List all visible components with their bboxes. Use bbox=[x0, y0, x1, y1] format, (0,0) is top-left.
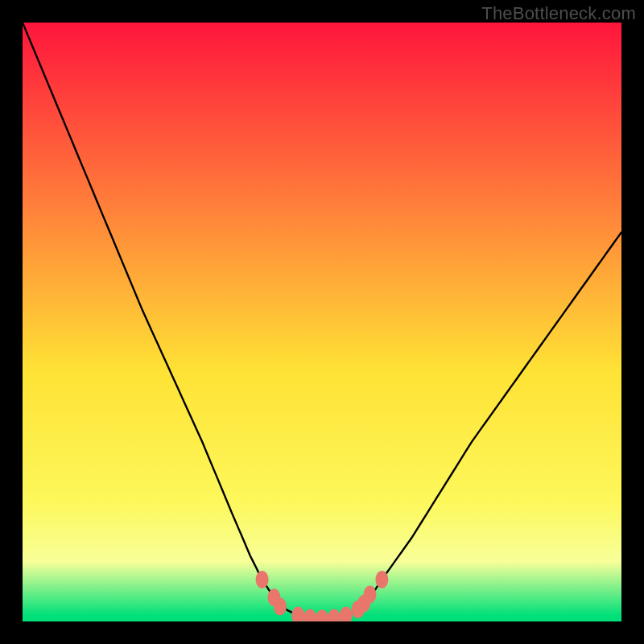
highlight-dot bbox=[364, 586, 377, 604]
bottleneck-chart bbox=[23, 23, 621, 621]
highlight-dot bbox=[375, 571, 388, 588]
watermark-text: TheBottleneck.com bbox=[481, 3, 636, 24]
chart-frame: TheBottleneck.com bbox=[0, 0, 644, 644]
highlight-dot bbox=[256, 571, 269, 588]
highlight-dot bbox=[274, 597, 287, 615]
gradient-background bbox=[23, 23, 621, 621]
